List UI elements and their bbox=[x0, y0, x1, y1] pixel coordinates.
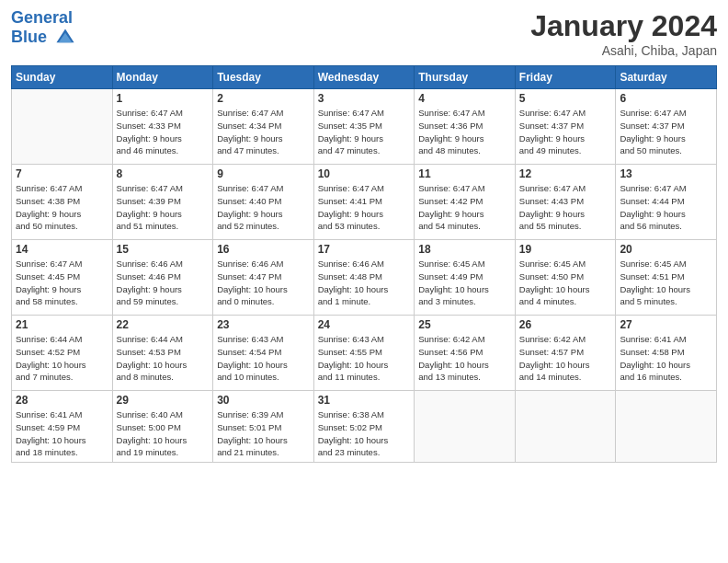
day-number: 31 bbox=[318, 394, 411, 407]
day-number: 3 bbox=[318, 92, 411, 105]
calendar-cell: 5Sunrise: 6:47 AM Sunset: 4:37 PM Daylig… bbox=[515, 89, 616, 165]
day-number: 20 bbox=[620, 243, 712, 256]
day-number: 7 bbox=[16, 167, 108, 180]
logo-text: General bbox=[11, 9, 75, 28]
day-info: Sunrise: 6:41 AM Sunset: 4:58 PM Dayligh… bbox=[620, 333, 712, 384]
calendar-cell: 23Sunrise: 6:43 AM Sunset: 4:54 PM Dayli… bbox=[213, 316, 314, 391]
day-number: 19 bbox=[519, 243, 612, 256]
logo: General Blue bbox=[11, 9, 75, 48]
day-info: Sunrise: 6:42 AM Sunset: 4:57 PM Dayligh… bbox=[519, 333, 612, 384]
day-info: Sunrise: 6:46 AM Sunset: 4:47 PM Dayligh… bbox=[217, 258, 310, 308]
calendar-cell: 18Sunrise: 6:45 AM Sunset: 4:49 PM Dayli… bbox=[415, 240, 516, 316]
calendar-cell: 8Sunrise: 6:47 AM Sunset: 4:39 PM Daylig… bbox=[112, 165, 213, 240]
day-number: 13 bbox=[620, 167, 712, 180]
day-number: 23 bbox=[217, 318, 310, 331]
day-number: 28 bbox=[16, 394, 108, 407]
day-info: Sunrise: 6:44 AM Sunset: 4:53 PM Dayligh… bbox=[117, 333, 210, 384]
calendar-cell: 17Sunrise: 6:46 AM Sunset: 4:48 PM Dayli… bbox=[313, 240, 415, 316]
calendar-cell: 22Sunrise: 6:44 AM Sunset: 4:53 PM Dayli… bbox=[112, 316, 213, 391]
day-number: 14 bbox=[16, 243, 108, 256]
title-block: January 2024 Asahi, Chiba, Japan bbox=[530, 9, 717, 58]
logo-subtext: Blue bbox=[11, 28, 75, 48]
calendar-cell: 4Sunrise: 6:47 AM Sunset: 4:36 PM Daylig… bbox=[415, 89, 516, 165]
day-info: Sunrise: 6:43 AM Sunset: 4:54 PM Dayligh… bbox=[217, 333, 310, 384]
calendar-cell: 29Sunrise: 6:40 AM Sunset: 5:00 PM Dayli… bbox=[112, 391, 213, 463]
day-info: Sunrise: 6:47 AM Sunset: 4:44 PM Dayligh… bbox=[620, 182, 712, 233]
day-number: 10 bbox=[318, 167, 411, 180]
calendar-cell: 7Sunrise: 6:47 AM Sunset: 4:38 PM Daylig… bbox=[12, 165, 113, 240]
day-number: 29 bbox=[117, 394, 210, 407]
day-info: Sunrise: 6:47 AM Sunset: 4:45 PM Dayligh… bbox=[16, 258, 108, 308]
location-subtitle: Asahi, Chiba, Japan bbox=[530, 43, 717, 58]
calendar-week-row: 7Sunrise: 6:47 AM Sunset: 4:38 PM Daylig… bbox=[12, 165, 717, 240]
day-number: 6 bbox=[620, 92, 712, 105]
day-info: Sunrise: 6:47 AM Sunset: 4:36 PM Dayligh… bbox=[418, 107, 511, 157]
day-info: Sunrise: 6:40 AM Sunset: 5:00 PM Dayligh… bbox=[117, 408, 210, 459]
calendar-cell: 10Sunrise: 6:47 AM Sunset: 4:41 PM Dayli… bbox=[313, 165, 415, 240]
day-info: Sunrise: 6:47 AM Sunset: 4:39 PM Dayligh… bbox=[117, 182, 210, 233]
day-info: Sunrise: 6:47 AM Sunset: 4:40 PM Dayligh… bbox=[217, 182, 310, 233]
day-number: 15 bbox=[117, 243, 210, 256]
calendar-cell bbox=[415, 391, 516, 463]
day-info: Sunrise: 6:47 AM Sunset: 4:34 PM Dayligh… bbox=[217, 107, 310, 157]
calendar-cell: 27Sunrise: 6:41 AM Sunset: 4:58 PM Dayli… bbox=[616, 316, 717, 391]
calendar-cell bbox=[616, 391, 717, 463]
day-info: Sunrise: 6:47 AM Sunset: 4:37 PM Dayligh… bbox=[620, 107, 712, 157]
day-number: 9 bbox=[217, 167, 310, 180]
month-title: January 2024 bbox=[530, 9, 717, 43]
day-number: 17 bbox=[318, 243, 411, 256]
calendar-cell: 3Sunrise: 6:47 AM Sunset: 4:35 PM Daylig… bbox=[313, 89, 415, 165]
day-number: 18 bbox=[418, 243, 511, 256]
day-info: Sunrise: 6:44 AM Sunset: 4:52 PM Dayligh… bbox=[16, 333, 108, 384]
calendar-cell: 21Sunrise: 6:44 AM Sunset: 4:52 PM Dayli… bbox=[12, 316, 113, 391]
day-info: Sunrise: 6:47 AM Sunset: 4:35 PM Dayligh… bbox=[318, 107, 411, 157]
day-info: Sunrise: 6:42 AM Sunset: 4:56 PM Dayligh… bbox=[418, 333, 511, 384]
weekday-header: Friday bbox=[515, 66, 616, 89]
logo-icon bbox=[55, 28, 75, 48]
weekday-header: Saturday bbox=[616, 66, 717, 89]
weekday-header: Sunday bbox=[12, 66, 113, 89]
day-number: 21 bbox=[16, 318, 108, 331]
calendar-cell: 1Sunrise: 6:47 AM Sunset: 4:33 PM Daylig… bbox=[112, 89, 213, 165]
day-info: Sunrise: 6:45 AM Sunset: 4:49 PM Dayligh… bbox=[418, 258, 511, 308]
calendar-cell bbox=[12, 89, 113, 165]
weekday-header: Wednesday bbox=[313, 66, 415, 89]
day-number: 1 bbox=[117, 92, 210, 105]
day-info: Sunrise: 6:45 AM Sunset: 4:51 PM Dayligh… bbox=[620, 258, 712, 308]
calendar-cell: 16Sunrise: 6:46 AM Sunset: 4:47 PM Dayli… bbox=[213, 240, 314, 316]
day-info: Sunrise: 6:46 AM Sunset: 4:48 PM Dayligh… bbox=[318, 258, 411, 308]
calendar-cell: 2Sunrise: 6:47 AM Sunset: 4:34 PM Daylig… bbox=[213, 89, 314, 165]
calendar-cell: 20Sunrise: 6:45 AM Sunset: 4:51 PM Dayli… bbox=[616, 240, 717, 316]
calendar-week-row: 21Sunrise: 6:44 AM Sunset: 4:52 PM Dayli… bbox=[12, 316, 717, 391]
calendar-cell: 24Sunrise: 6:43 AM Sunset: 4:55 PM Dayli… bbox=[313, 316, 415, 391]
calendar-cell: 6Sunrise: 6:47 AM Sunset: 4:37 PM Daylig… bbox=[616, 89, 717, 165]
day-info: Sunrise: 6:47 AM Sunset: 4:38 PM Dayligh… bbox=[16, 182, 108, 233]
calendar-cell: 13Sunrise: 6:47 AM Sunset: 4:44 PM Dayli… bbox=[616, 165, 717, 240]
header: General Blue January 2024 Asahi, Chiba, … bbox=[11, 9, 717, 58]
calendar-cell: 14Sunrise: 6:47 AM Sunset: 4:45 PM Dayli… bbox=[12, 240, 113, 316]
weekday-header-row: SundayMondayTuesdayWednesdayThursdayFrid… bbox=[12, 66, 717, 89]
calendar-cell: 31Sunrise: 6:38 AM Sunset: 5:02 PM Dayli… bbox=[313, 391, 415, 463]
calendar-cell: 19Sunrise: 6:45 AM Sunset: 4:50 PM Dayli… bbox=[515, 240, 616, 316]
page-container: General Blue January 2024 Asahi, Chiba, … bbox=[0, 0, 728, 472]
day-info: Sunrise: 6:41 AM Sunset: 4:59 PM Dayligh… bbox=[16, 408, 108, 459]
weekday-header: Monday bbox=[112, 66, 213, 89]
day-info: Sunrise: 6:39 AM Sunset: 5:01 PM Dayligh… bbox=[217, 408, 310, 459]
day-number: 22 bbox=[117, 318, 210, 331]
day-info: Sunrise: 6:47 AM Sunset: 4:42 PM Dayligh… bbox=[418, 182, 511, 233]
day-info: Sunrise: 6:47 AM Sunset: 4:43 PM Dayligh… bbox=[519, 182, 612, 233]
day-info: Sunrise: 6:43 AM Sunset: 4:55 PM Dayligh… bbox=[318, 333, 411, 384]
calendar-table: SundayMondayTuesdayWednesdayThursdayFrid… bbox=[11, 65, 717, 463]
calendar-cell: 9Sunrise: 6:47 AM Sunset: 4:40 PM Daylig… bbox=[213, 165, 314, 240]
day-info: Sunrise: 6:47 AM Sunset: 4:41 PM Dayligh… bbox=[318, 182, 411, 233]
day-info: Sunrise: 6:46 AM Sunset: 4:46 PM Dayligh… bbox=[117, 258, 210, 308]
day-number: 11 bbox=[418, 167, 511, 180]
calendar-cell: 26Sunrise: 6:42 AM Sunset: 4:57 PM Dayli… bbox=[515, 316, 616, 391]
calendar-week-row: 28Sunrise: 6:41 AM Sunset: 4:59 PM Dayli… bbox=[12, 391, 717, 463]
day-number: 26 bbox=[519, 318, 612, 331]
day-number: 5 bbox=[519, 92, 612, 105]
day-info: Sunrise: 6:45 AM Sunset: 4:50 PM Dayligh… bbox=[519, 258, 612, 308]
calendar-cell: 11Sunrise: 6:47 AM Sunset: 4:42 PM Dayli… bbox=[415, 165, 516, 240]
calendar-cell: 25Sunrise: 6:42 AM Sunset: 4:56 PM Dayli… bbox=[415, 316, 516, 391]
weekday-header: Thursday bbox=[415, 66, 516, 89]
